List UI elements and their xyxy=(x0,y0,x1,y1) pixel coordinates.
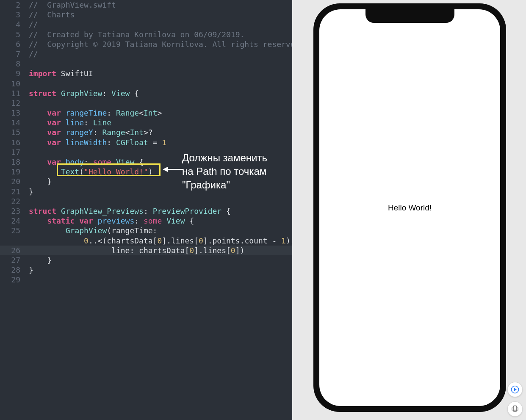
code-line[interactable]: 24 static var previews: some View { xyxy=(0,216,292,226)
line-number: 23 xyxy=(0,206,25,216)
code-text[interactable] xyxy=(25,196,29,206)
line-number: 12 xyxy=(0,98,25,108)
code-text[interactable]: var body: some View { xyxy=(25,157,144,167)
line-number: 22 xyxy=(0,196,25,206)
code-line[interactable]: 7// xyxy=(0,49,292,59)
code-line[interactable]: 12 xyxy=(0,98,292,108)
line-number: 10 xyxy=(0,79,25,88)
svg-marker-3 xyxy=(514,388,517,391)
code-line[interactable]: 26 line: chartsData[0].lines[0]) xyxy=(0,246,292,255)
code-line[interactable]: 21} xyxy=(0,187,292,196)
code-text[interactable]: var line: Line xyxy=(25,118,111,127)
code-line[interactable]: 6// Copyright © 2019 Tatiana Kornilova. … xyxy=(0,39,292,49)
code-line[interactable]: 5// Created by Tatiana Kornilova on 06/0… xyxy=(0,30,292,39)
line-number: 25 xyxy=(0,226,25,235)
code-line[interactable]: 4// xyxy=(0,19,292,29)
code-text[interactable]: struct GraphView_Previews: PreviewProvid… xyxy=(25,206,231,216)
code-line[interactable]: 19 Text("Hello World!") xyxy=(0,167,292,177)
code-text[interactable]: Text("Hello World!") xyxy=(25,167,153,177)
line-number: 11 xyxy=(0,88,25,98)
code-line[interactable]: 11struct GraphView: View { xyxy=(0,88,292,98)
line-number: 9 xyxy=(0,69,25,78)
device-notch xyxy=(365,9,454,23)
code-text[interactable]: } xyxy=(25,255,52,265)
line-number: 24 xyxy=(0,216,25,226)
code-line[interactable]: 17 xyxy=(0,147,292,157)
code-line[interactable]: 2// GraphView.swift xyxy=(0,0,292,10)
code-line[interactable]: 9import SwiftUI xyxy=(0,69,292,78)
code-text[interactable]: struct GraphView: View { xyxy=(25,88,139,98)
code-line[interactable]: 20 } xyxy=(0,177,292,186)
line-number: 21 xyxy=(0,187,25,196)
code-text[interactable]: // Created by Tatiana Kornilova on 06/09… xyxy=(25,30,244,39)
code-text[interactable]: } xyxy=(25,265,33,275)
play-button[interactable] xyxy=(507,382,523,397)
line-number xyxy=(0,236,25,246)
code-line[interactable]: 28} xyxy=(0,265,292,275)
code-text[interactable]: var rangeY: Range<Int>? xyxy=(25,127,153,137)
preview-text: Hello World! xyxy=(388,203,432,213)
code-text[interactable]: } xyxy=(25,187,33,196)
code-line[interactable]: 25 GraphView(rangeTime: xyxy=(0,226,292,235)
code-line[interactable]: 27 } xyxy=(0,255,292,265)
code-line[interactable]: 16 var lineWidth: CGFloat = 1 xyxy=(0,138,292,147)
play-icon xyxy=(511,385,519,394)
code-text[interactable] xyxy=(25,79,29,88)
code-text[interactable]: } xyxy=(25,177,52,186)
pin-icon xyxy=(511,405,519,413)
line-number: 5 xyxy=(0,30,25,39)
code-editor[interactable]: 2// GraphView.swift3// Charts4//5// Crea… xyxy=(0,0,292,420)
code-line[interactable]: 23struct GraphView_Previews: PreviewProv… xyxy=(0,206,292,216)
code-text[interactable]: line: chartsData[0].lines[0]) xyxy=(25,246,244,255)
code-line[interactable]: 15 var rangeY: Range<Int>? xyxy=(0,127,292,137)
line-number: 19 xyxy=(0,167,25,177)
preview-canvas[interactable]: Hello World! xyxy=(292,0,526,420)
code-text[interactable]: // Charts xyxy=(25,10,75,19)
line-number: 13 xyxy=(0,108,25,118)
preview-controls xyxy=(507,382,523,417)
line-number: 7 xyxy=(0,49,25,59)
code-text[interactable]: // xyxy=(25,19,38,29)
line-number: 4 xyxy=(0,19,25,29)
code-text[interactable]: // xyxy=(25,49,38,59)
line-number: 8 xyxy=(0,59,25,69)
code-line[interactable]: 13 var rangeTime: Range<Int> xyxy=(0,108,292,118)
line-number: 15 xyxy=(0,127,25,137)
line-number: 27 xyxy=(0,255,25,265)
line-number: 6 xyxy=(0,39,25,49)
code-text[interactable]: // GraphView.swift xyxy=(25,0,116,10)
code-text[interactable]: var lineWidth: CGFloat = 1 xyxy=(25,138,166,147)
code-line[interactable]: 8 xyxy=(0,59,292,69)
code-text[interactable] xyxy=(25,98,29,108)
code-line[interactable]: 18 var body: some View { xyxy=(0,157,292,167)
code-text[interactable]: 0..<(chartsData[0].lines[0].points.count… xyxy=(25,236,295,246)
code-line[interactable]: 22 xyxy=(0,196,292,206)
line-number: 26 xyxy=(0,246,25,255)
device-screen: Hello World! xyxy=(319,9,500,406)
line-number: 17 xyxy=(0,147,25,157)
device-frame: Hello World! xyxy=(313,3,506,412)
code-text[interactable] xyxy=(25,59,29,69)
pin-preview-button[interactable] xyxy=(507,401,523,417)
code-text[interactable]: static var previews: some View { xyxy=(25,216,194,226)
code-line[interactable]: 10 xyxy=(0,79,292,88)
code-text[interactable] xyxy=(25,147,29,157)
code-text[interactable]: var rangeTime: Range<Int> xyxy=(25,108,162,118)
code-line[interactable]: 3// Charts xyxy=(0,10,292,19)
code-text[interactable]: import SwiftUI xyxy=(25,69,93,78)
line-number: 28 xyxy=(0,265,25,275)
line-number: 14 xyxy=(0,118,25,127)
line-number: 16 xyxy=(0,138,25,147)
line-number: 29 xyxy=(0,275,25,285)
line-number: 18 xyxy=(0,157,25,167)
svg-point-5 xyxy=(515,410,516,411)
line-number: 3 xyxy=(0,10,25,19)
line-number: 20 xyxy=(0,177,25,186)
code-text[interactable]: GraphView(rangeTime: xyxy=(25,226,157,235)
line-number: 2 xyxy=(0,0,25,10)
code-text[interactable] xyxy=(25,275,29,285)
code-text[interactable]: // Copyright © 2019 Tatiana Kornilova. A… xyxy=(25,39,304,49)
code-line[interactable]: 29 xyxy=(0,275,292,285)
code-line[interactable]: 0..<(chartsData[0].lines[0].points.count… xyxy=(0,236,292,246)
code-line[interactable]: 14 var line: Line xyxy=(0,118,292,127)
